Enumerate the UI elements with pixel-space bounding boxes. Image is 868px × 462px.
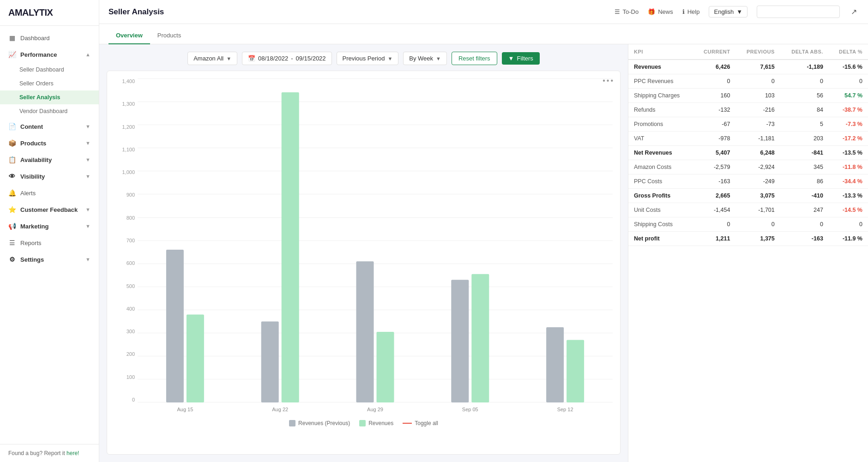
kpi-current: 1,211 — [693, 232, 735, 246]
tab-label: Overview — [116, 32, 143, 39]
kpi-delta-pct: -14.5 % — [829, 203, 868, 217]
news-nav[interactable]: 🎁 News — [648, 8, 673, 15]
svg-rect-7 — [471, 274, 489, 402]
chevron-down-icon: ▼ — [85, 174, 90, 179]
tab-products[interactable]: Products — [150, 26, 188, 44]
kpi-delta-pct: -7.3 % — [829, 117, 868, 132]
y-label-1400: 1,400 — [115, 78, 138, 84]
sidebar-item-label: Availability — [20, 156, 52, 163]
granularity-label: By Week — [409, 55, 433, 62]
marketing-icon: 📢 — [8, 222, 16, 230]
kpi-delta-abs: 247 — [780, 203, 829, 217]
chevron-down-icon: ▼ — [85, 223, 90, 229]
sidebar-item-label: Performance — [20, 51, 57, 58]
chevron-down-icon: ▼ — [85, 257, 90, 262]
sidebar-item-settings[interactable]: ⚙ Settings ▼ — [0, 251, 99, 268]
kpi-delta-pct: -13.5 % — [829, 146, 868, 160]
kpi-label: Amazon Costs — [628, 160, 693, 174]
kpi-label: Unit Costs — [628, 203, 693, 217]
kpi-delta-pct: 0 — [829, 217, 868, 232]
granularity-filter[interactable]: By Week ▼ — [403, 52, 447, 65]
sidebar-item-marketing[interactable]: 📢 Marketing ▼ — [0, 218, 99, 234]
language-selector[interactable]: English ▼ — [709, 6, 747, 18]
main-content: Seller Analysis ☰ To-Do 🎁 News ℹ Help En… — [99, 0, 868, 462]
reset-filters-button[interactable]: Reset filters — [452, 52, 497, 65]
y-label-300: 300 — [115, 329, 138, 334]
kpi-row-shipping-costs: Shipping Costs 0 0 0 0 — [628, 217, 868, 232]
sidebar-item-vendor-dashboard[interactable]: Vendor Dashboard — [0, 104, 99, 118]
date-end: 09/15/2022 — [296, 55, 326, 62]
sidebar-item-label: Reports — [20, 240, 42, 246]
sidebar-item-dashboard[interactable]: ▦ Dashboard — [0, 30, 99, 46]
kpi-delta-pct: -34.4 % — [829, 174, 868, 189]
date-range-filter[interactable]: 📅 08/18/2022 - 09/15/2022 — [242, 52, 332, 65]
kpi-row-refunds: Refunds -132 -216 84 -38.7 % — [628, 103, 868, 117]
kpi-delta-abs: -1,189 — [780, 60, 829, 74]
sidebar-item-seller-orders[interactable]: Seller Orders — [0, 77, 99, 90]
chevron-down-icon: ▼ — [85, 157, 90, 162]
chart-legend: Revenues (Previous) Revenues Toggle all — [115, 420, 613, 426]
marketplace-filter[interactable]: Amazon All ▼ — [187, 52, 237, 65]
legend-toggle[interactable]: Toggle all — [403, 420, 438, 426]
chart-area-container: 0 100 200 300 400 500 600 700 800 900 1,… — [115, 78, 613, 416]
tab-label: Products — [157, 32, 181, 39]
kpi-label: Net Revenues — [628, 146, 693, 160]
kpi-current: 6,426 — [693, 60, 735, 74]
sidebar-item-reports[interactable]: ☰ Reports — [0, 234, 99, 251]
sidebar-item-alerts[interactable]: 🔔 Alerts — [0, 185, 99, 201]
kpi-previous: -1,701 — [735, 203, 780, 217]
calendar-icon: 📅 — [248, 55, 255, 62]
legend-prev-label: Revenues (Previous) — [298, 420, 350, 426]
sidebar-item-products[interactable]: 📦 Products ▼ — [0, 135, 99, 151]
y-label-500: 500 — [115, 283, 138, 289]
sidebar-item-seller-dashboard[interactable]: Seller Dashboard — [0, 63, 99, 77]
sidebar-footer: Found a bug? Report it here! — [0, 444, 99, 462]
kpi-previous: 7,615 — [735, 60, 780, 74]
kpi-current: 160 — [693, 89, 735, 103]
sidebar-item-visibility[interactable]: 👁 Visibility ▼ — [0, 168, 99, 185]
kpi-row-amazon-costs: Amazon Costs -2,579 -2,924 345 -11.8 % — [628, 160, 868, 174]
kpi-previous: -2,924 — [735, 160, 780, 174]
y-label-800: 800 — [115, 215, 138, 221]
svg-rect-4 — [356, 261, 374, 402]
y-label-1000: 1,000 — [115, 169, 138, 175]
bug-report-link[interactable]: here! — [66, 450, 79, 456]
y-label-200: 200 — [115, 351, 138, 357]
kpi-previous: -216 — [735, 103, 780, 117]
filter-icon: ▼ — [508, 55, 514, 62]
svg-rect-1 — [187, 314, 204, 402]
kpi-row-gross-profits: Gross Profits 2,665 3,075 -410 -13.3 % — [628, 189, 868, 203]
kpi-delta-pct: -17.2 % — [829, 132, 868, 146]
lang-label: English — [714, 8, 734, 15]
kpi-previous: 6,248 — [735, 146, 780, 160]
kpi-current: -67 — [693, 117, 735, 132]
external-link-button[interactable]: ↗ — [849, 6, 859, 18]
kpi-row-net-profit: Net profit 1,211 1,375 -163 -11.9 % — [628, 232, 868, 246]
content-area: Amazon All ▼ 📅 08/18/2022 - 09/15/2022 P… — [99, 44, 868, 462]
svg-rect-8 — [546, 327, 564, 402]
kpi-label: Shipping Charges — [628, 89, 693, 103]
tab-overview[interactable]: Overview — [108, 26, 150, 44]
sidebar-item-performance[interactable]: 📈 Performance ▲ — [0, 46, 99, 63]
chevron-down-icon: ▼ — [436, 56, 441, 61]
help-nav[interactable]: ℹ Help — [682, 8, 700, 15]
kpi-previous: 1,375 — [735, 232, 780, 246]
chevron-up-icon: ▲ — [85, 52, 90, 57]
kpi-delta-pct: -11.8 % — [829, 160, 868, 174]
period-filter[interactable]: Previous Period ▼ — [337, 52, 399, 65]
sidebar-item-availability[interactable]: 📋 Availability ▼ — [0, 151, 99, 168]
kpi-label: Refunds — [628, 103, 693, 117]
todo-nav[interactable]: ☰ To-Do — [615, 8, 639, 15]
search-input[interactable] — [757, 6, 840, 18]
filters-button[interactable]: ▼ Filters — [502, 52, 540, 65]
news-label: News — [658, 8, 673, 15]
news-icon: 🎁 — [648, 8, 655, 15]
sidebar-item-label: Products — [20, 140, 46, 147]
kpi-delta-abs: -163 — [780, 232, 829, 246]
sidebar-item-content[interactable]: 📄 Content ▼ — [0, 118, 99, 135]
todo-label: To-Do — [623, 8, 639, 15]
help-icon: ℹ — [682, 8, 685, 15]
filter-bar: Amazon All ▼ 📅 08/18/2022 - 09/15/2022 P… — [107, 52, 621, 65]
sidebar-item-seller-analysis[interactable]: Seller Analysis — [0, 90, 99, 104]
sidebar-item-customer-feedback[interactable]: ⭐ Customer Feedback ▼ — [0, 201, 99, 218]
